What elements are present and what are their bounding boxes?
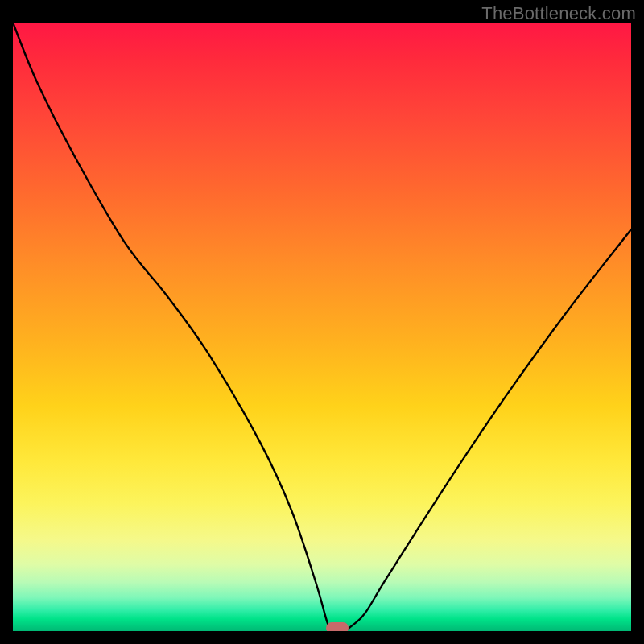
plot-area xyxy=(13,23,631,631)
minimum-marker xyxy=(326,622,349,631)
brand-watermark: TheBottleneck.com xyxy=(481,3,636,24)
chart-frame: TheBottleneck.com xyxy=(0,0,644,644)
bottleneck-curve xyxy=(13,23,631,631)
